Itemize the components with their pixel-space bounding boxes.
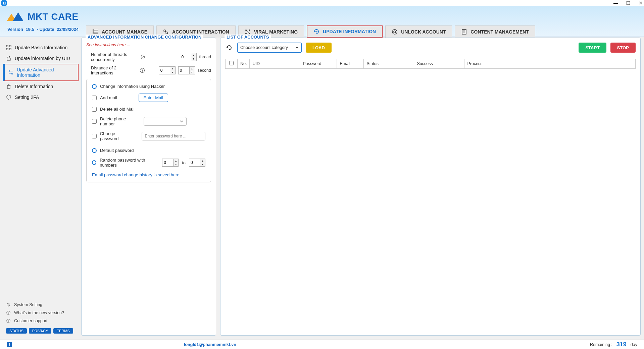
svg-rect-22 [6,48,8,50]
category-select[interactable]: Choose account category ▼ [237,43,302,53]
random-password-radio[interactable] [92,160,96,165]
svg-rect-2 [93,30,94,31]
sidebar-item-label: Update information by UID [15,56,70,61]
start-button[interactable]: START [579,43,606,53]
spin-down-icon[interactable]: ▼ [190,70,194,74]
user-email[interactable]: longld1@phanmemmkt.vn [184,342,236,347]
privacy-badge[interactable]: PRIVACY [29,328,51,334]
customer-support-link[interactable]: ? Customer support [6,317,75,325]
svg-rect-4 [93,32,94,33]
svg-point-14 [392,30,397,34]
password-history-link[interactable]: Email password change history is saved h… [92,172,180,177]
app-icon: ◧ [1,0,7,6]
svg-rect-29 [7,85,10,89]
spin-down-icon[interactable]: ▼ [170,70,175,74]
col-success[interactable]: Success [414,59,464,69]
remaining-label: Remaining : [590,342,612,347]
minimize-button[interactable]: — [613,0,618,6]
select-all-checkbox[interactable] [229,61,234,65]
spin-up-icon[interactable]: ▲ [190,67,194,70]
shield-icon [6,95,11,100]
tab-update-information[interactable]: UPDATE INFORMATION [307,25,383,38]
phone-select[interactable] [144,117,187,126]
tab-content-management[interactable]: CONTENT MANAGEMENT [455,25,535,38]
svg-rect-21 [9,45,11,47]
remaining-value: 319 [616,341,627,348]
terms-badge[interactable]: TERMS [53,328,73,334]
app-header: MKT CARE Version 19.5 - Update 22/08/202… [0,6,644,37]
col-no[interactable]: No. [238,59,250,69]
spin-down-icon[interactable]: ▼ [191,57,196,61]
threads-row: Number of threads concurrently ? ▲▼ thre… [86,52,211,62]
col-password[interactable]: Password [300,59,337,69]
list-icon [92,29,98,35]
sidebar-item-delete-info[interactable]: Delete Information [3,81,79,92]
default-password-radio[interactable] [92,148,97,153]
status-badge[interactable]: STATUS [6,328,27,334]
document-icon [461,29,467,35]
delete-phone-checkbox[interactable] [92,119,97,124]
version-info: Version 19.5 - Update 22/08/2024 [7,27,80,32]
panels: ADVANCED INFORMATION CHANGE CONFIGURATIO… [81,38,644,339]
col-status[interactable]: Status [364,59,414,69]
svg-rect-5 [94,32,98,33]
instructions-link[interactable]: See instructions here ... [86,43,211,47]
change-password-checkbox[interactable] [92,134,97,138]
distance-to-input[interactable]: ▲▼ [178,66,195,74]
help-icon[interactable]: ? [140,68,145,73]
sliders-icon [8,70,13,75]
sidebar-bottom: System Setting i What's in the new versi… [3,299,79,336]
random-to-input[interactable]: ▲▼ [189,159,205,167]
help-icon[interactable]: ? [141,55,145,59]
svg-rect-20 [6,45,8,47]
options-box: Change information using Hacker Add mail… [86,79,211,182]
refresh-button[interactable] [225,44,233,52]
trash-icon [6,84,11,89]
change-hacker-radio[interactable] [92,84,97,89]
load-button[interactable]: LOAD [306,43,332,53]
whats-new-link[interactable]: i What's in the new version? [6,309,75,317]
info-icon: i [6,310,11,315]
spin-up-icon[interactable]: ▲ [170,67,175,70]
delete-old-mail-checkbox[interactable] [92,107,97,112]
facebook-icon[interactable]: f [7,342,12,347]
svg-point-25 [9,70,10,72]
system-setting-link[interactable]: System Setting [6,301,75,309]
stop-button[interactable]: STOP [610,43,636,53]
sidebar-item-label: Update Advanced Information [17,67,75,78]
distance-from-input[interactable]: ▲▼ [159,66,176,74]
logo-icon [7,12,26,22]
sidebar-item-label: Update Basic Information [15,45,67,50]
sidebar-item-advanced-info[interactable]: Update Advanced Information [3,64,79,81]
window-titlebar: ◧ — ❐ ✕ [0,0,644,6]
random-from-input[interactable]: ▲▼ [162,159,179,167]
sidebar-item-label: Delete Information [15,84,53,89]
add-mail-checkbox[interactable] [92,96,97,100]
svg-rect-7 [94,34,98,34]
svg-point-33 [8,304,9,305]
password-input[interactable] [142,132,205,140]
svg-rect-24 [7,58,10,60]
col-process[interactable]: Process [464,59,636,69]
spin-up-icon[interactable]: ▲ [191,53,196,57]
spin-down-icon[interactable]: ▼ [200,163,205,166]
threads-input[interactable]: ▲▼ [180,53,197,61]
sidebar-item-2fa[interactable]: Setting 2FA [3,92,79,103]
sidebar-item-basic-info[interactable]: Update Basic Information [3,42,79,53]
distance-row: Distance of 2 interactions ? ▲▼ ▲▼ secon… [86,65,211,75]
grid-icon [6,45,11,50]
spin-up-icon[interactable]: ▲ [174,159,178,163]
spin-up-icon[interactable]: ▲ [200,159,205,163]
col-email[interactable]: Email [337,59,364,69]
enter-mail-button[interactable]: Enter Mail [139,94,168,102]
maximize-button[interactable]: ❐ [626,0,631,6]
sidebar-item-uid[interactable]: Update information by UID [3,53,79,64]
spin-down-icon[interactable]: ▼ [174,163,178,166]
config-panel: ADVANCED INFORMATION CHANGE CONFIGURATIO… [81,38,216,336]
close-button[interactable]: ✕ [639,0,643,6]
tab-unlock-account[interactable]: UNLOCK ACCOUNT [385,25,452,38]
svg-point-15 [394,31,396,33]
share-icon [245,29,251,35]
col-uid[interactable]: UID [250,59,300,69]
lock-icon [6,56,11,61]
